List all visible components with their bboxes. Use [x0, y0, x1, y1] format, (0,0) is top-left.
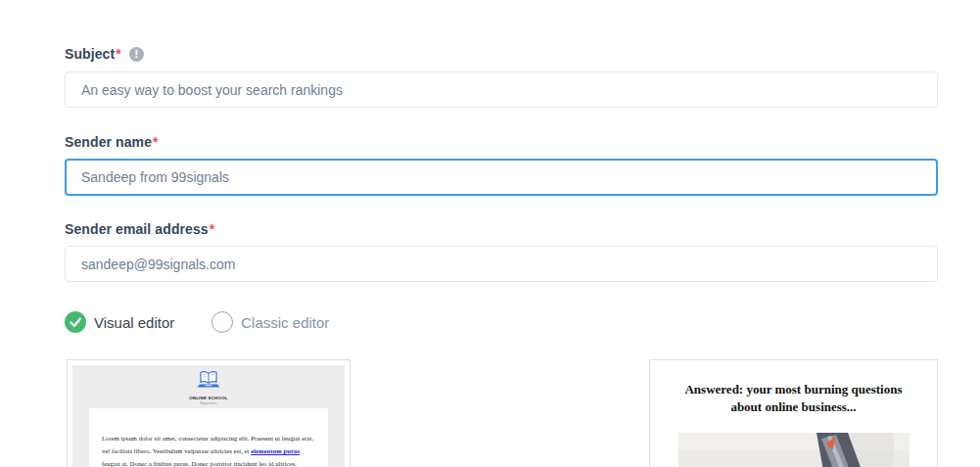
body-text-after-link: feugiat at. Donec a finibus purus. Donec…	[102, 460, 297, 467]
subject-required-asterisk: *	[116, 47, 121, 62]
email-preview-body: ONLINE SCHOOL Slogan here Lorem ipsum do…	[72, 365, 345, 467]
template-previews-row: ONLINE SCHOOL Slogan here Lorem ipsum do…	[67, 359, 938, 467]
logo-tagline: Slogan here	[200, 402, 216, 404]
info-icon[interactable]: !	[129, 47, 144, 62]
radio-checked-icon[interactable]	[65, 311, 86, 333]
email-body-text: Lorem ipsum dolor sit amet, consectetur …	[102, 432, 315, 467]
sender-name-label: Sender name	[65, 135, 152, 150]
sender-name-input[interactable]	[65, 159, 938, 196]
subject-input[interactable]	[65, 71, 938, 108]
classic-editor-label[interactable]: Classic editor	[241, 314, 329, 331]
campaign-settings-page: Subject* ! Sender name* Sender email add…	[0, 0, 980, 467]
email-preview-heading: Answered: your most burning questions ab…	[676, 381, 912, 416]
classic-editor-radio[interactable]: Classic editor	[211, 311, 329, 333]
sender-name-label-row: Sender name*	[65, 135, 980, 150]
subject-label: Subject	[65, 47, 115, 62]
campaign-form: Subject* ! Sender name* Sender email add…	[0, 0, 980, 467]
logo-title: ONLINE SCHOOL	[189, 397, 228, 399]
sender-name-required-asterisk: *	[153, 135, 159, 150]
visual-editor-radio[interactable]: Visual editor	[65, 311, 174, 333]
online-school-logo: ONLINE SCHOOL Slogan here	[72, 365, 345, 404]
sender-email-required-asterisk: *	[210, 222, 215, 237]
sender-email-label-row: Sender email address*	[65, 222, 980, 237]
sender-email-input[interactable]	[65, 246, 938, 282]
template-card-online-school[interactable]: ONLINE SCHOOL Slogan here Lorem ipsum do…	[67, 359, 350, 467]
checkmark-icon	[65, 311, 86, 333]
email-body-link[interactable]: elementum purus	[251, 447, 300, 454]
template-card-burning-questions[interactable]: Answered: your most burning questions ab…	[649, 359, 938, 467]
sender-email-label: Sender email address	[65, 222, 209, 237]
open-book-laptop-icon	[196, 370, 221, 390]
email-content-box: Lorem ipsum dolor sit amet, consectetur …	[89, 408, 328, 467]
editor-mode-toggle: Visual editor Classic editor	[65, 311, 980, 333]
radio-unchecked-icon[interactable]	[211, 311, 233, 333]
visual-editor-label[interactable]: Visual editor	[94, 314, 174, 331]
laptop-photo	[678, 433, 910, 467]
subject-label-row: Subject* !	[65, 47, 980, 62]
